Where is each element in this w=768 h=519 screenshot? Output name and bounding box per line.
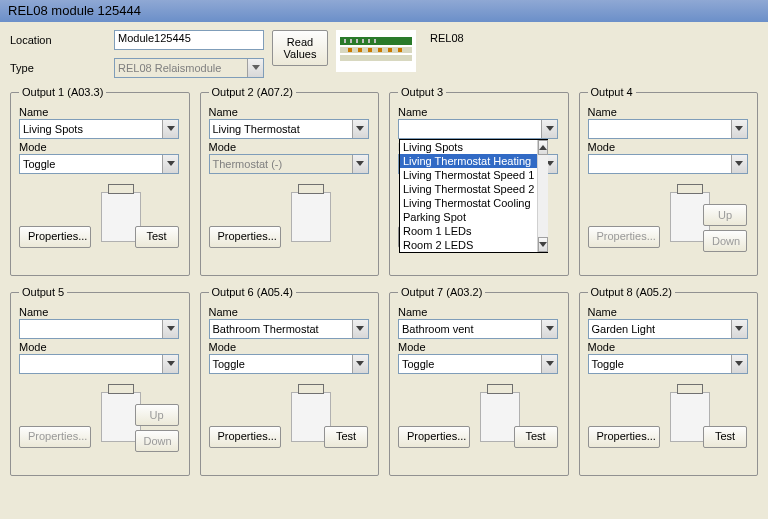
name-combo[interactable]: Bathroom Thermostat xyxy=(209,319,369,339)
name-label: Name xyxy=(398,306,560,318)
name-combo[interactable]: Bathroom vent xyxy=(398,319,558,339)
location-input[interactable]: Module125445 xyxy=(114,30,264,50)
name-dropdown-list[interactable]: Living SpotsLiving Thermostat HeatingLiv… xyxy=(399,139,548,253)
svg-rect-14 xyxy=(398,48,402,52)
up-button: Up xyxy=(703,204,747,226)
name-combo-text: Living Thermostat xyxy=(210,123,303,135)
dropdown-item[interactable]: Parking Spot xyxy=(400,210,537,224)
mode-label: Mode xyxy=(398,341,560,353)
chevron-down-icon xyxy=(247,59,263,77)
mode-combo[interactable]: Toggle xyxy=(209,354,369,374)
output-3: Output 3NameLiving SpotsLiving Thermosta… xyxy=(389,86,569,276)
chevron-down-icon[interactable] xyxy=(541,120,557,138)
chevron-down-icon[interactable] xyxy=(731,155,747,173)
svg-rect-12 xyxy=(378,48,382,52)
chevron-down-icon[interactable] xyxy=(731,320,747,338)
chevron-down-icon[interactable] xyxy=(162,320,178,338)
chevron-down-icon[interactable] xyxy=(162,120,178,138)
dropdown-item[interactable]: Room 2 LEDS xyxy=(400,238,537,252)
chevron-down-icon[interactable] xyxy=(352,320,368,338)
mode-combo[interactable]: Toggle xyxy=(19,154,179,174)
mode-label: Mode xyxy=(209,141,371,153)
mode-combo-text: Thermostat (-) xyxy=(210,158,286,170)
name-combo[interactable] xyxy=(588,119,748,139)
down-button: Down xyxy=(703,230,747,252)
name-combo[interactable]: Living Thermostat xyxy=(209,119,369,139)
properties-button[interactable]: Properties... xyxy=(209,426,281,448)
dropdown-item[interactable]: Living Thermostat Speed 2 xyxy=(400,182,537,196)
read-values-button[interactable]: Read Values xyxy=(272,30,328,66)
chevron-down-icon[interactable] xyxy=(352,120,368,138)
test-button[interactable]: Test xyxy=(135,226,179,248)
dropdown-item[interactable]: Living Thermostat Speed 1 xyxy=(400,168,537,182)
mode-combo-text: Toggle xyxy=(589,358,627,370)
module-name-label: REL08 xyxy=(424,30,470,46)
name-label: Name xyxy=(588,106,750,118)
scrollbar[interactable] xyxy=(537,140,548,252)
svg-rect-9 xyxy=(348,48,352,52)
output-legend: Output 5 xyxy=(19,286,67,298)
mode-combo-text: Toggle xyxy=(20,158,58,170)
up-button: Up xyxy=(135,404,179,426)
chevron-down-icon[interactable] xyxy=(541,320,557,338)
chevron-down-icon[interactable] xyxy=(352,155,368,173)
test-button[interactable]: Test xyxy=(324,426,368,448)
mode-combo[interactable] xyxy=(588,154,748,174)
type-label: Type xyxy=(10,62,110,74)
chevron-down-icon[interactable] xyxy=(162,355,178,373)
dropdown-item[interactable]: Living Spots xyxy=(400,140,537,154)
level-slider[interactable] xyxy=(291,186,341,242)
scroll-down-icon[interactable] xyxy=(538,237,548,252)
output-legend: Output 8 (A05.2) xyxy=(588,286,675,298)
mode-combo[interactable]: Toggle xyxy=(398,354,558,374)
test-button[interactable]: Test xyxy=(703,426,747,448)
chevron-down-icon[interactable] xyxy=(162,155,178,173)
properties-button: Properties... xyxy=(19,426,91,448)
chevron-down-icon[interactable] xyxy=(352,355,368,373)
mode-combo-text: Toggle xyxy=(399,358,437,370)
name-combo-text: Bathroom Thermostat xyxy=(210,323,322,335)
dropdown-item[interactable]: Living Thermostat Cooling xyxy=(400,196,537,210)
name-label: Name xyxy=(19,106,181,118)
output-legend: Output 4 xyxy=(588,86,636,98)
output-8: Output 8 (A05.2)NameGarden LightModeTogg… xyxy=(579,286,759,476)
test-button[interactable]: Test xyxy=(514,426,558,448)
mode-combo: Thermostat (-) xyxy=(209,154,369,174)
name-label: Name xyxy=(209,106,371,118)
properties-button[interactable]: Properties... xyxy=(588,426,660,448)
location-label: Location xyxy=(10,34,110,46)
output-2: Output 2 (A07.2)NameLiving ThermostatMod… xyxy=(200,86,380,276)
name-combo[interactable]: Living SpotsLiving Thermostat HeatingLiv… xyxy=(398,119,558,139)
name-combo-text: Bathroom vent xyxy=(399,323,477,335)
output-legend: Output 6 (A05.4) xyxy=(209,286,296,298)
mode-label: Mode xyxy=(19,141,181,153)
svg-rect-6 xyxy=(362,39,364,43)
properties-button[interactable]: Properties... xyxy=(398,426,470,448)
scroll-up-icon[interactable] xyxy=(538,140,548,155)
svg-rect-13 xyxy=(388,48,392,52)
output-legend: Output 3 xyxy=(398,86,446,98)
name-combo[interactable] xyxy=(19,319,179,339)
name-label: Name xyxy=(398,106,560,118)
properties-button[interactable]: Properties... xyxy=(19,226,91,248)
dropdown-item[interactable]: Living Thermostat Heating xyxy=(400,154,537,168)
name-combo[interactable]: Garden Light xyxy=(588,319,748,339)
output-5: Output 5NameModeProperties...UpDown xyxy=(10,286,190,476)
name-combo[interactable]: Living Spots xyxy=(19,119,179,139)
mode-combo[interactable] xyxy=(19,354,179,374)
properties-button: Properties... xyxy=(588,226,660,248)
chevron-down-icon[interactable] xyxy=(541,355,557,373)
properties-button[interactable]: Properties... xyxy=(209,226,281,248)
output-1: Output 1 (A03.3)NameLiving SpotsModeTogg… xyxy=(10,86,190,276)
mode-combo-text: Toggle xyxy=(210,358,248,370)
mode-combo[interactable]: Toggle xyxy=(588,354,748,374)
output-legend: Output 1 (A03.3) xyxy=(19,86,106,98)
svg-rect-2 xyxy=(340,55,412,61)
chevron-down-icon[interactable] xyxy=(731,120,747,138)
mode-label: Mode xyxy=(19,341,181,353)
name-label: Name xyxy=(209,306,371,318)
chevron-down-icon[interactable] xyxy=(731,355,747,373)
svg-rect-3 xyxy=(344,39,346,43)
svg-rect-8 xyxy=(374,39,376,43)
dropdown-item[interactable]: Room 1 LEDs xyxy=(400,224,537,238)
